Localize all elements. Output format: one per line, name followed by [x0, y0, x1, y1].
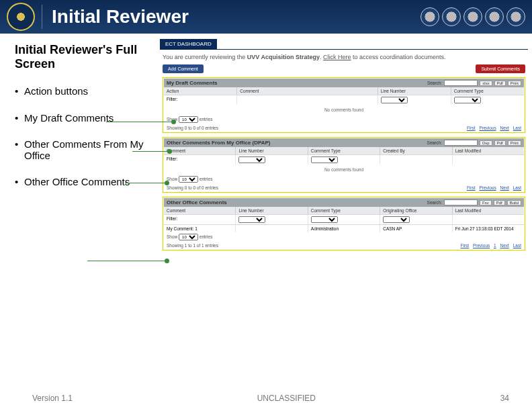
screenshot-panel: ECT DASHBOARD You are currently reviewin… [160, 34, 528, 255]
doc-name: UVV Acquisition Strategy [247, 54, 320, 60]
export-button[interactable]: Pdf [494, 81, 506, 86]
export-button[interactable]: xlsx [480, 81, 492, 86]
service-seals [418, 7, 525, 26]
page-size-select[interactable]: 10 [179, 116, 198, 123]
bullet-other-office-mine: Other Comments From My Office [15, 138, 154, 162]
pager-first[interactable]: First [467, 126, 476, 130]
slide-title: Initial Reviewer [52, 6, 418, 28]
pager-prev[interactable]: Previous [479, 185, 496, 190]
filter-select[interactable] [383, 216, 410, 223]
showing-text: Showing 1 to 1 of 1 entries [167, 243, 218, 248]
filter-row: Filter: [164, 95, 524, 105]
service-seal-icon [463, 7, 482, 26]
table-row: My Comment: 1 Administration CASN AP Fri… [164, 224, 524, 232]
subtitle: Initial Reviewer's Full Screen [15, 43, 154, 71]
panel-title: Other Office Comments [167, 199, 227, 205]
pager-prev[interactable]: Previous [473, 243, 490, 248]
pager-next[interactable]: Next [500, 126, 509, 130]
click-here-link[interactable]: Click Here [323, 54, 351, 60]
export-button[interactable]: Print [508, 81, 521, 86]
version-text: Version 1.1 [32, 394, 73, 403]
pager-first[interactable]: First [467, 185, 476, 190]
export-button[interactable]: Pdf [494, 140, 506, 146]
export-button[interactable]: Dsp [480, 140, 492, 146]
service-seal-icon [506, 7, 525, 26]
bullet-list: Action buttons My Draft Comments Other C… [15, 85, 154, 187]
panel-title: My Draft Comments [167, 80, 218, 86]
page-number: 34 [500, 394, 509, 403]
showing-text: Showing 0 to 0 of 0 entries [167, 126, 218, 130]
export-button[interactable]: Fsv [480, 200, 492, 205]
column-headers: Action Comment Line Number Comment Type [164, 87, 524, 95]
search-input[interactable] [444, 199, 478, 205]
service-seal-icon [485, 7, 504, 26]
panel-other-from-my-office: Other Comments From My Office (DPAP) Sea… [163, 137, 525, 193]
pager-prev[interactable]: Previous [479, 126, 496, 130]
export-button[interactable]: Build [507, 200, 521, 205]
dod-seal-icon [7, 3, 35, 31]
add-comment-button[interactable]: Add Comment [163, 64, 204, 73]
slide-header: Initial Reviewer [0, 0, 532, 34]
bullet-action-buttons: Action buttons [15, 85, 154, 97]
filter-select[interactable] [238, 156, 265, 163]
connector-line [106, 122, 173, 122]
filter-select[interactable] [454, 97, 481, 103]
search-input[interactable] [444, 140, 478, 146]
showing-text: Showing 0 to 0 of 0 entries [167, 185, 218, 190]
pager-last[interactable]: Last [513, 185, 521, 190]
panel-other-office-comments: Other Office Comments Search: Fsv Pdf Bu… [163, 197, 525, 250]
header-divider [42, 5, 42, 29]
classification-text: UNCLASSIFIED [257, 394, 316, 403]
pager-page[interactable]: 1 [494, 243, 496, 248]
review-message: You are currently reviewing the UVV Acqu… [160, 50, 528, 64]
panel-my-draft-comments: My Draft Comments Search: xlsx Pdf Print… [163, 77, 525, 133]
pager-next[interactable]: Next [500, 185, 509, 190]
service-seal-icon [442, 7, 461, 26]
action-button-row: Add Comment Submit Comments [160, 64, 528, 76]
empty-message: No comments found [164, 105, 524, 115]
pager-first[interactable]: First [461, 243, 470, 248]
left-column: Initial Reviewer's Full Screen Action bu… [0, 34, 160, 255]
filter-select[interactable] [381, 97, 408, 103]
pager-next[interactable]: Next [500, 243, 509, 248]
export-button[interactable]: Pdf [494, 200, 505, 205]
pager: First Previous Next Last [464, 126, 521, 130]
empty-message: No comments found [164, 165, 524, 175]
search-input[interactable] [444, 80, 478, 86]
export-button[interactable]: Print [508, 140, 521, 146]
pager-last[interactable]: Last [513, 243, 521, 248]
service-seal-icon [420, 7, 439, 26]
connector-line [125, 183, 167, 183]
connector-line [87, 261, 167, 261]
filter-select[interactable] [311, 156, 338, 163]
dashboard-tab[interactable]: ECT DASHBOARD [160, 39, 217, 49]
bullet-other-office: Other Office Comments [15, 176, 154, 187]
page-size-select[interactable]: 10 [179, 234, 198, 240]
filter-select[interactable] [238, 216, 265, 223]
pager-last[interactable]: Last [513, 126, 521, 130]
connector-line [132, 151, 169, 152]
filter-select[interactable] [311, 216, 338, 223]
submit-comments-button[interactable]: Submit Comments [476, 64, 525, 73]
panel-title: Other Comments From My Office (DPAP) [167, 140, 271, 146]
footer: Version 1.1 UNCLASSIFIED 34 [0, 394, 532, 403]
page-size-select[interactable]: 10 [179, 176, 198, 183]
